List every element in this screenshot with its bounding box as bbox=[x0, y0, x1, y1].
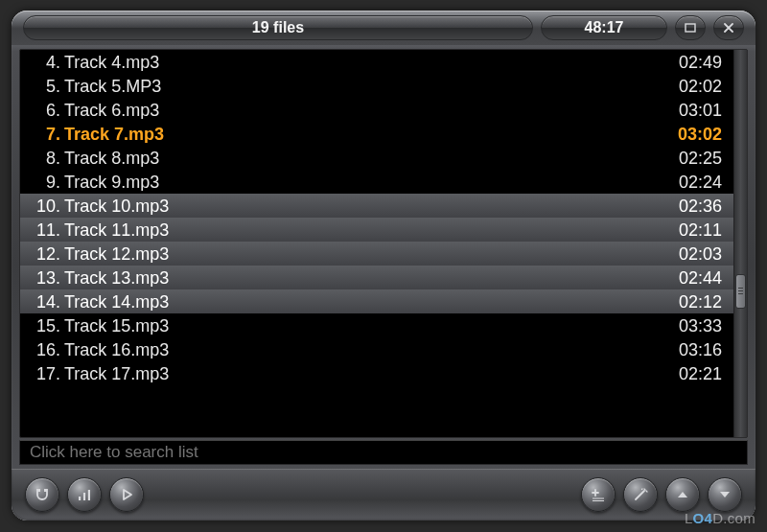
svg-rect-3 bbox=[88, 490, 90, 500]
magnet-icon bbox=[34, 486, 51, 503]
track-duration: 03:33 bbox=[661, 317, 722, 335]
track-row[interactable]: 4. Track 4.mp302:49 bbox=[20, 50, 733, 74]
track-name: Track 16.mp3 bbox=[64, 341, 661, 359]
track-duration: 02:44 bbox=[661, 269, 722, 287]
track-row[interactable]: 13. Track 13.mp302:44 bbox=[20, 266, 733, 289]
track-number: 15. bbox=[20, 317, 64, 335]
track-row[interactable]: 5. Track 5.MP302:02 bbox=[20, 74, 733, 98]
track-row[interactable]: 17. Track 17.mp302:21 bbox=[20, 361, 733, 385]
wand-button[interactable] bbox=[623, 477, 658, 512]
move-down-button[interactable] bbox=[708, 477, 742, 512]
chevron-up-icon bbox=[674, 486, 691, 503]
track-number: 16. bbox=[20, 341, 64, 359]
track-name: Track 15.mp3 bbox=[64, 317, 661, 335]
track-number: 11. bbox=[20, 221, 64, 239]
track-row[interactable]: 6. Track 6.mp303:01 bbox=[20, 98, 733, 122]
close-button[interactable] bbox=[713, 15, 744, 40]
magnet-button[interactable] bbox=[25, 477, 59, 512]
track-number: 10. bbox=[20, 197, 64, 215]
track-row[interactable]: 9. Track 9.mp302:24 bbox=[20, 170, 733, 194]
minimize-button[interactable] bbox=[675, 15, 706, 40]
track-row[interactable]: 14. Track 14.mp302:12 bbox=[20, 289, 733, 313]
total-duration-pill: 48:17 bbox=[541, 15, 667, 40]
track-duration: 02:12 bbox=[661, 293, 722, 311]
track-name: Track 8.mp3 bbox=[64, 150, 661, 167]
play-button[interactable] bbox=[109, 477, 144, 512]
track-name: Track 14.mp3 bbox=[64, 293, 661, 311]
track-name: Track 13.mp3 bbox=[64, 269, 661, 287]
track-duration: 02:24 bbox=[661, 173, 722, 191]
track-row[interactable]: 7. Track 7.mp303:02 bbox=[20, 122, 733, 146]
playlist-wrap: 4. Track 4.mp302:495. Track 5.MP302:026.… bbox=[19, 49, 748, 438]
track-name: Track 12.mp3 bbox=[64, 245, 661, 263]
track-name: Track 10.mp3 bbox=[64, 197, 661, 215]
playlist-window: 19 files 48:17 4. Track 4.mp302:495. Tra… bbox=[12, 11, 755, 520]
track-number: 13. bbox=[20, 269, 64, 287]
move-up-button[interactable] bbox=[665, 477, 700, 512]
track-row[interactable]: 16. Track 16.mp303:16 bbox=[20, 337, 733, 361]
add-to-list-icon bbox=[590, 486, 607, 503]
track-duration: 02:21 bbox=[661, 365, 722, 382]
playlist-content: 4. Track 4.mp302:495. Track 5.MP302:026.… bbox=[12, 45, 755, 469]
track-number: 8. bbox=[20, 150, 64, 167]
track-number: 12. bbox=[20, 245, 64, 263]
wand-icon bbox=[632, 486, 649, 503]
track-duration: 02:03 bbox=[661, 245, 722, 263]
track-duration: 03:01 bbox=[661, 102, 722, 119]
track-row[interactable]: 11. Track 11.mp302:11 bbox=[20, 218, 733, 242]
track-duration: 02:49 bbox=[661, 54, 722, 71]
track-number: 4. bbox=[20, 54, 64, 71]
scrollbar[interactable] bbox=[733, 50, 747, 437]
file-count-label: 19 files bbox=[252, 19, 304, 36]
track-list[interactable]: 4. Track 4.mp302:495. Track 5.MP302:026.… bbox=[20, 50, 733, 437]
track-name: Track 5.MP3 bbox=[64, 78, 661, 95]
track-row[interactable]: 10. Track 10.mp302:36 bbox=[20, 194, 733, 218]
search-row bbox=[19, 440, 748, 465]
track-row[interactable]: 8. Track 8.mp302:25 bbox=[20, 146, 733, 170]
track-row[interactable]: 15. Track 15.mp303:33 bbox=[20, 313, 733, 337]
svg-rect-1 bbox=[79, 497, 81, 500]
bottom-bar bbox=[12, 469, 755, 520]
svg-rect-0 bbox=[686, 24, 695, 32]
track-name: Track 9.mp3 bbox=[64, 173, 661, 191]
title-pill: 19 files bbox=[23, 15, 533, 40]
add-button[interactable] bbox=[581, 477, 616, 512]
track-number: 5. bbox=[20, 78, 64, 95]
equalizer-button[interactable] bbox=[67, 477, 102, 512]
svg-rect-2 bbox=[83, 493, 85, 500]
track-duration: 02:36 bbox=[661, 197, 722, 215]
track-row[interactable]: 12. Track 12.mp302:03 bbox=[20, 242, 733, 266]
track-name: Track 4.mp3 bbox=[64, 54, 661, 71]
close-icon bbox=[722, 21, 735, 35]
search-input[interactable] bbox=[30, 443, 737, 462]
track-name: Track 11.mp3 bbox=[64, 221, 661, 239]
track-name: Track 6.mp3 bbox=[64, 102, 661, 119]
track-number: 17. bbox=[20, 365, 64, 382]
play-icon bbox=[118, 486, 135, 503]
equalizer-icon bbox=[76, 486, 93, 503]
track-duration: 03:16 bbox=[661, 341, 722, 359]
total-duration-label: 48:17 bbox=[585, 19, 624, 36]
track-number: 6. bbox=[20, 102, 64, 119]
track-duration: 02:11 bbox=[661, 221, 722, 239]
title-bar: 19 files 48:17 bbox=[12, 11, 755, 45]
track-name: Track 7.mp3 bbox=[64, 126, 661, 143]
track-name: Track 17.mp3 bbox=[64, 365, 661, 382]
track-duration: 03:02 bbox=[661, 126, 722, 143]
track-number: 14. bbox=[20, 293, 64, 311]
track-duration: 02:25 bbox=[661, 150, 722, 167]
track-number: 9. bbox=[20, 173, 64, 191]
minimize-icon bbox=[684, 21, 697, 35]
scrollbar-thumb[interactable] bbox=[735, 274, 746, 309]
chevron-down-icon bbox=[716, 486, 733, 503]
track-duration: 02:02 bbox=[661, 78, 722, 95]
track-number: 7. bbox=[20, 126, 64, 143]
